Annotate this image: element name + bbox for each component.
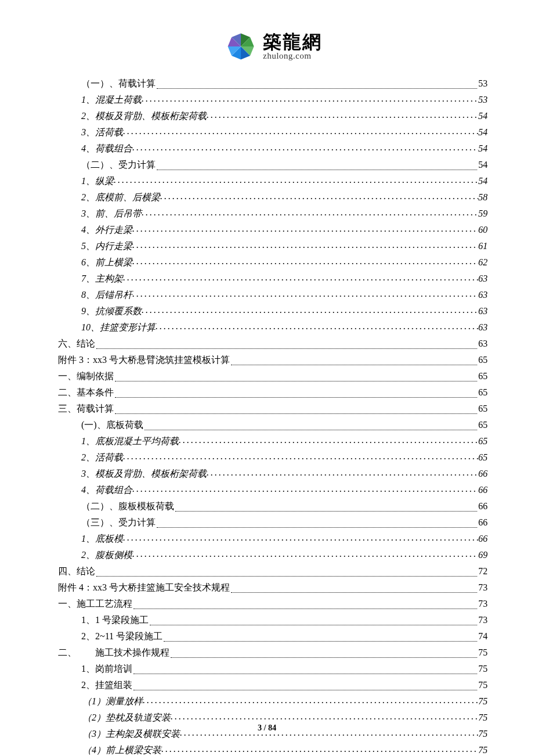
- toc-page: 54: [478, 141, 488, 157]
- logo-icon: [223, 29, 258, 64]
- toc-page: 63: [478, 319, 488, 336]
- toc-leader: [142, 204, 478, 221]
- toc-page: 60: [478, 222, 488, 238]
- toc-page: 75: [478, 677, 488, 693]
- toc-entry: 2、底模前、后横梁58: [58, 189, 488, 206]
- toc-leader: [123, 269, 478, 286]
- logo-text: 築龍網 zhulong.com: [263, 33, 322, 61]
- table-of-contents: （一）、荷载计算531、混凝土荷载532、模板及背肋、模板桁架荷载543、活荷载…: [58, 75, 488, 756]
- toc-entry: 3、前、后吊带59: [58, 206, 488, 222]
- logo-title: 築龍網: [263, 33, 322, 51]
- toc-page: 75: [478, 661, 488, 677]
- toc-page: 66: [478, 531, 488, 547]
- toc-leader: [134, 674, 477, 690]
- toc-page: 65: [478, 352, 488, 368]
- toc-leader: [142, 91, 478, 107]
- toc-leader: [132, 139, 478, 156]
- toc-page: 62: [478, 254, 488, 271]
- toc-entry: 1、混凝土荷载53: [58, 92, 488, 108]
- toc-entry: 3、模板及背肋、模板桁架荷载66: [58, 466, 488, 482]
- toc-leader: [157, 512, 477, 528]
- toc-label: 6、前上横梁: [81, 254, 132, 271]
- toc-leader: [231, 577, 477, 593]
- toc-leader: [123, 448, 478, 465]
- toc-label: 1、混凝土荷载: [81, 92, 142, 108]
- toc-entry: 8、后锚吊杆63: [58, 287, 488, 303]
- toc-leader: [115, 365, 477, 381]
- toc-page: 63: [478, 336, 488, 352]
- toc-page: 73: [478, 612, 488, 628]
- toc-entry: 9、抗倾覆系数63: [58, 303, 488, 319]
- toc-page: 74: [478, 628, 488, 645]
- toc-label: （二）、受力计算: [81, 157, 156, 173]
- toc-leader: [175, 495, 477, 512]
- toc-entry: 6、前上横梁62: [58, 254, 488, 271]
- toc-leader: [142, 302, 478, 318]
- toc-leader: [161, 741, 478, 756]
- toc-label: 一、编制依据: [58, 368, 114, 384]
- toc-leader: [132, 286, 478, 302]
- toc-label: 1、岗前培训: [81, 661, 132, 677]
- toc-leader: [207, 465, 478, 481]
- toc-leader: [115, 381, 477, 398]
- toc-leader: [156, 318, 478, 334]
- site-logo: 築龍網 zhulong.com: [58, 29, 488, 64]
- toc-label: 4、荷载组合: [81, 141, 132, 157]
- toc-label: 3、活荷载: [81, 124, 123, 141]
- toc-leader: [134, 593, 477, 609]
- toc-leader: [171, 642, 477, 658]
- toc-leader: [115, 398, 477, 414]
- toc-label: 四、结论: [58, 563, 95, 579]
- toc-label: 5、内行走梁: [81, 238, 132, 254]
- toc-entry: （一）、荷载计算53: [58, 75, 488, 92]
- toc-leader: [123, 123, 478, 139]
- toc-page: 65: [478, 368, 488, 384]
- toc-leader: [96, 560, 477, 577]
- toc-page: 53: [478, 75, 488, 92]
- toc-entry: 1、纵梁54: [58, 173, 488, 189]
- toc-label: 六、结论: [58, 336, 95, 352]
- toc-label: 1、底板混凝土平均荷载: [81, 433, 179, 449]
- toc-page: 53: [478, 92, 488, 108]
- toc-page: 65: [478, 449, 488, 466]
- toc-leader: [96, 333, 477, 349]
- toc-label: （4）前上横梁安装: [82, 742, 161, 756]
- toc-leader: [150, 609, 477, 625]
- toc-entry: 3、活荷载54: [58, 124, 488, 141]
- toc-leader: [145, 414, 477, 430]
- toc-label: 8、后锚吊杆: [81, 287, 132, 303]
- toc-entry: 5、内行走梁61: [58, 238, 488, 254]
- toc-page: 72: [478, 563, 488, 579]
- toc-entry: 2、挂篮组装75: [58, 677, 488, 693]
- toc-label: 7、主构架: [81, 271, 123, 287]
- toc-page: 65: [478, 417, 488, 433]
- toc-label: 二、基本条件: [58, 384, 114, 401]
- toc-entry: （二）、受力计算54: [58, 157, 488, 173]
- toc-leader: [207, 107, 478, 123]
- toc-label: 3、模板及背肋、模板桁架荷载: [81, 466, 207, 482]
- toc-leader: [160, 188, 478, 204]
- toc-page: 66: [478, 482, 488, 498]
- toc-label: 4、荷载组合: [81, 482, 132, 498]
- toc-entry: 1、底板混凝土平均荷载65: [58, 433, 488, 449]
- toc-leader: [171, 708, 478, 725]
- toc-page: 65: [478, 384, 488, 401]
- toc-page: 54: [478, 173, 488, 189]
- toc-label: 一、施工工艺流程: [58, 596, 132, 612]
- toc-leader: [179, 432, 478, 448]
- toc-label: 2、活荷载: [81, 449, 123, 466]
- toc-leader: [132, 253, 478, 269]
- toc-label: 2、2~11 号梁段施工: [81, 628, 163, 645]
- toc-label: 2、挂篮组装: [81, 677, 132, 693]
- toc-leader: [114, 172, 478, 188]
- toc-page: 66: [478, 498, 488, 514]
- toc-entry: (一)、底板荷载65: [58, 417, 488, 433]
- toc-label: (一)、底板荷载: [81, 417, 143, 433]
- toc-entry: 2、活荷载65: [58, 449, 488, 466]
- toc-leader: [123, 530, 478, 546]
- logo-subtitle: zhulong.com: [263, 51, 322, 61]
- toc-leader: [231, 349, 477, 365]
- toc-page: 59: [478, 206, 488, 222]
- toc-page: 73: [478, 596, 488, 612]
- toc-page: 63: [478, 287, 488, 303]
